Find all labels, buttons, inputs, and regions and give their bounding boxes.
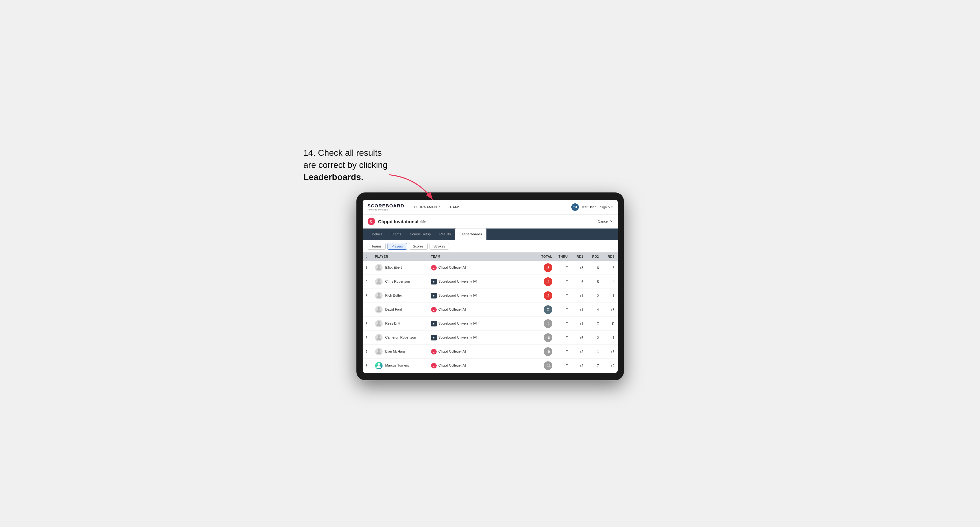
total-cell: -2 <box>534 289 555 303</box>
sign-out-link[interactable]: Sign out <box>600 205 612 209</box>
rd3-cell: +2 <box>602 359 618 373</box>
thru-cell: F <box>555 345 571 359</box>
player-avatar <box>375 306 383 313</box>
player-avatar <box>375 264 383 271</box>
score-badge: +9 <box>544 347 552 356</box>
svg-point-8 <box>377 363 380 366</box>
rd1-cell: +3 <box>571 261 587 275</box>
svg-point-4 <box>377 307 380 310</box>
tablet: SCOREBOARD Powered by clippd TOURNAMENTS… <box>356 192 624 380</box>
team-cell: CClippd College [A] <box>428 345 534 359</box>
thru-cell: F <box>555 359 571 373</box>
player-cell: Chris Robertson <box>372 275 428 289</box>
tab-details[interactable]: Details <box>368 229 387 240</box>
player-cell: Elliot Ebert <box>372 261 428 275</box>
col-rd1: RD1 <box>571 252 587 261</box>
svg-point-1 <box>377 265 380 268</box>
tab-bar: Details Teams Course Setup Results Leade… <box>363 229 618 240</box>
leaderboard-table: # PLAYER TEAM TOTAL THRU RD1 RD2 RD3 1 E <box>363 252 618 373</box>
table-row: 5 Rees Britt ■Scoreboard University [A] … <box>363 317 618 331</box>
rd1-cell: +2 <box>571 345 587 359</box>
col-team: TEAM <box>428 252 534 261</box>
tab-teams[interactable]: Teams <box>387 229 405 240</box>
rd3-cell: -5 <box>602 261 618 275</box>
nav-links: TOURNAMENTS TEAMS <box>414 204 565 210</box>
instruction-line2: are correct by clicking <box>304 160 388 170</box>
svg-point-3 <box>377 293 380 296</box>
rd2-cell: +2 <box>587 331 602 345</box>
rd2-cell: +5 <box>587 275 602 289</box>
tournament-title: Clippd Invitational <box>378 219 418 224</box>
svg-point-5 <box>377 321 380 324</box>
tab-course-setup[interactable]: Course Setup <box>406 229 435 240</box>
rank-cell: 1 <box>363 261 372 275</box>
player-avatar <box>375 292 383 299</box>
team-logo-clippd: C <box>431 265 437 270</box>
svg-point-2 <box>377 279 380 282</box>
rank-cell: 7 <box>363 345 372 359</box>
team-logo-clippd: C <box>431 307 437 313</box>
filter-teams[interactable]: Teams <box>368 243 386 250</box>
table-header-row: # PLAYER TEAM TOTAL THRU RD1 RD2 RD3 <box>363 252 618 261</box>
filter-scores[interactable]: Scores <box>409 243 428 250</box>
team-logo-scoreboard: ■ <box>431 335 437 340</box>
team-cell: CClippd College [A] <box>428 261 534 275</box>
nav-bar: SCOREBOARD Powered by clippd TOURNAMENTS… <box>363 200 618 214</box>
rank-cell: 6 <box>363 331 372 345</box>
thru-cell: F <box>555 261 571 275</box>
team-cell: ■Scoreboard University [A] <box>428 317 534 331</box>
total-cell: -4 <box>534 275 555 289</box>
player-avatar <box>375 278 383 286</box>
rd3-cell: -4 <box>602 275 618 289</box>
sub-header: C Clippd Invitational (Men) Cancel ✕ <box>363 214 618 229</box>
player-cell: David Ford <box>372 303 428 317</box>
tab-leaderboards[interactable]: Leaderboards <box>455 229 487 240</box>
close-icon: ✕ <box>610 219 613 224</box>
table-row: 6 Cameron Robertson ■Scoreboard Universi… <box>363 331 618 345</box>
table-row: 4 David Ford CClippd College [A] E F +1 … <box>363 303 618 317</box>
rd1-cell: -5 <box>571 275 587 289</box>
total-cell: +9 <box>534 345 555 359</box>
score-badge: -4 <box>544 277 552 286</box>
rd1-cell: +1 <box>571 317 587 331</box>
player-avatar <box>375 320 383 327</box>
score-badge: +6 <box>544 333 552 342</box>
rd2-cell: -6 <box>587 261 602 275</box>
rank-cell: 5 <box>363 317 372 331</box>
player-avatar <box>375 334 383 341</box>
tournament-icon: C <box>368 217 375 225</box>
team-cell: ■Scoreboard University [A] <box>428 275 534 289</box>
rd2-cell: E <box>587 317 602 331</box>
cancel-button[interactable]: Cancel ✕ <box>598 219 612 224</box>
rank-cell: 3 <box>363 289 372 303</box>
logo-sub: Powered by clippd <box>368 208 404 211</box>
team-logo-scoreboard: ■ <box>431 293 437 298</box>
col-rd3: RD3 <box>602 252 618 261</box>
filter-bar: Teams Players Scores Strokes <box>363 240 618 252</box>
logo-area: SCOREBOARD Powered by clippd <box>368 203 404 211</box>
filter-strokes[interactable]: Strokes <box>430 243 449 250</box>
table-row: 3 Rich Butler ■Scoreboard University [A]… <box>363 289 618 303</box>
team-cell: CClippd College [A] <box>428 303 534 317</box>
team-cell: ■Scoreboard University [A] <box>428 289 534 303</box>
instruction-text: 14. Check all results are correct by cli… <box>304 147 422 183</box>
player-cell: Rich Butler <box>372 289 428 303</box>
table-row: 1 Elliot Ebert CClippd College [A] -8 F … <box>363 261 618 275</box>
score-badge: -8 <box>544 264 552 272</box>
team-cell: ■Scoreboard University [A] <box>428 331 534 345</box>
nav-teams[interactable]: TEAMS <box>448 204 460 210</box>
rd1-cell: +1 <box>571 303 587 317</box>
table-row: 8 Marcus Turners CClippd College [A] +11… <box>363 359 618 373</box>
filter-players[interactable]: Players <box>388 243 407 250</box>
tournament-badge: (Men) <box>420 220 429 223</box>
player-avatar <box>375 362 383 369</box>
thru-cell: F <box>555 275 571 289</box>
thru-cell: F <box>555 331 571 345</box>
rd2-cell: -4 <box>587 303 602 317</box>
nav-tournaments[interactable]: TOURNAMENTS <box>414 204 442 210</box>
cancel-label: Cancel <box>598 219 608 223</box>
col-rd2: RD2 <box>587 252 602 261</box>
tab-results[interactable]: Results <box>435 229 455 240</box>
col-thru: THRU <box>555 252 571 261</box>
col-rank: # <box>363 252 372 261</box>
